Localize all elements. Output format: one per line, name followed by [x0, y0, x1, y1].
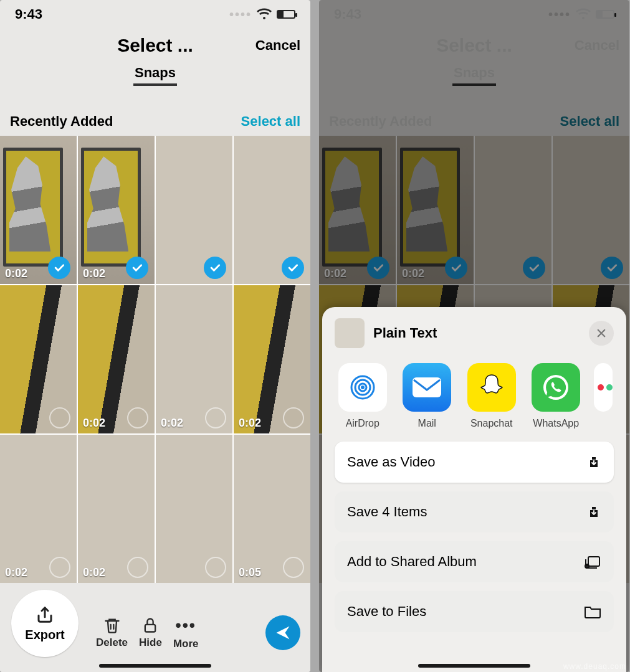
svg-point-4 — [361, 386, 365, 389]
download-box-icon — [586, 504, 601, 519]
status-bar: 9:43 •••• — [0, 0, 310, 25]
toolbar: Export Delete Hide ••• More — [0, 607, 310, 672]
unselected-ring-icon — [283, 407, 304, 428]
download-box-icon — [586, 455, 601, 470]
snap-cell[interactable]: 0:02 — [78, 435, 155, 583]
snap-cell[interactable]: 0:02 — [156, 285, 232, 433]
trash-icon — [103, 617, 121, 634]
screenshot-left: 9:43 •••• Select ... Cancel Snaps Recent… — [0, 0, 310, 672]
duration-label: 0:02 — [83, 566, 105, 579]
share-apps: AirDropMailSnapchatWhatsApp — [322, 361, 626, 438]
snapchat-icon — [467, 363, 516, 412]
delete-label: Delete — [96, 637, 128, 649]
snap-cell[interactable]: 0:02 — [0, 136, 77, 284]
export-label: Export — [25, 628, 64, 642]
more-button[interactable]: ••• More — [173, 616, 199, 650]
share-title: Plain Text — [373, 325, 437, 341]
app-icon-more[interactable] — [594, 363, 613, 412]
status-time: 9:43 — [15, 6, 42, 22]
app-label: AirDrop — [346, 418, 379, 429]
selected-check-icon — [126, 257, 148, 279]
send-button[interactable] — [265, 615, 300, 650]
snap-cell[interactable]: 0:02 — [234, 285, 310, 433]
tab-snaps[interactable]: Snaps — [133, 65, 177, 86]
svg-point-9 — [586, 564, 588, 566]
section-label: Recently Added — [10, 113, 113, 130]
snap-cell[interactable]: 0:02 — [78, 136, 155, 284]
duration-label: 0:05 — [239, 566, 261, 579]
unselected-ring-icon — [127, 557, 148, 578]
duration-label: 0:02 — [83, 417, 105, 430]
screenshot-right: 9:43 •••• Select ... Cancel Snaps Recent… — [319, 0, 629, 672]
shared-album-icon — [584, 554, 601, 569]
watermark: www.deuaq.com — [563, 662, 626, 671]
home-indicator[interactable] — [99, 664, 211, 668]
more-icon: ••• — [176, 616, 196, 635]
snap-grid: 0:020:020:020:020:020:020:020:05 — [0, 136, 310, 583]
mail-icon — [403, 363, 451, 412]
share-sheet: Plain Text AirDropMailSnapchatWhatsApp S… — [322, 307, 626, 672]
share-app-whatsapp[interactable]: WhatsApp — [530, 363, 583, 429]
more-label: More — [173, 638, 199, 650]
battery-icon — [277, 10, 295, 19]
cellular-dots-icon: •••• — [229, 7, 252, 22]
snap-cell[interactable]: 0:02 — [0, 435, 77, 583]
cancel-button[interactable]: Cancel — [255, 37, 300, 54]
duration-label: 0:02 — [161, 417, 183, 430]
action-save-files[interactable]: Save to Files — [335, 591, 614, 632]
unselected-ring-icon — [49, 557, 70, 578]
unselected-ring-icon — [205, 557, 226, 578]
unselected-ring-icon — [127, 407, 148, 428]
svg-rect-7 — [588, 557, 599, 566]
snap-cell[interactable] — [234, 136, 310, 284]
snap-cell[interactable]: 0:05 — [234, 435, 310, 583]
svg-rect-0 — [145, 625, 155, 632]
app-label: Mail — [418, 418, 436, 429]
app-label: Snapchat — [470, 418, 513, 429]
app-label: WhatsApp — [533, 418, 579, 429]
close-button[interactable] — [589, 321, 614, 346]
hide-label: Hide — [139, 637, 162, 649]
snap-cell[interactable] — [156, 136, 232, 284]
duration-label: 0:02 — [83, 267, 105, 280]
action-label: Save 4 Items — [347, 504, 427, 520]
snap-cell[interactable]: 0:02 — [78, 285, 155, 433]
selected-check-icon — [282, 257, 304, 279]
send-icon — [274, 624, 292, 641]
selected-check-icon — [204, 257, 226, 279]
hide-button[interactable]: Hide — [139, 617, 162, 649]
snap-cell[interactable] — [0, 285, 77, 433]
whatsapp-icon — [532, 363, 580, 412]
unselected-ring-icon — [283, 557, 304, 578]
airdrop-icon — [338, 363, 387, 412]
duration-label: 0:02 — [5, 267, 27, 280]
home-indicator[interactable] — [418, 664, 530, 668]
svg-rect-5 — [413, 377, 441, 397]
duration-label: 0:02 — [239, 417, 261, 430]
share-thumbnail — [335, 318, 365, 348]
folder-icon — [584, 605, 601, 618]
delete-button[interactable]: Delete — [96, 617, 128, 649]
action-save-video[interactable]: Save as Video — [335, 442, 614, 483]
duration-label: 0:02 — [5, 566, 27, 579]
share-app-snapchat[interactable]: Snapchat — [465, 363, 518, 429]
action-shared-album[interactable]: Add to Shared Album — [335, 541, 614, 582]
action-label: Save as Video — [347, 454, 435, 470]
share-app-mail[interactable]: Mail — [401, 363, 454, 429]
unselected-ring-icon — [205, 407, 226, 428]
share-app-airdrop[interactable]: AirDrop — [336, 363, 389, 429]
snap-cell[interactable] — [156, 435, 232, 583]
action-label: Add to Shared Album — [347, 554, 477, 570]
unselected-ring-icon — [49, 407, 70, 428]
header: Select ... Cancel Snaps — [0, 25, 310, 90]
wifi-icon — [257, 8, 272, 21]
lock-icon — [141, 617, 159, 634]
export-button[interactable]: Export — [11, 590, 79, 657]
close-icon — [596, 328, 607, 339]
action-save-items[interactable]: Save 4 Items — [335, 491, 614, 532]
action-label: Save to Files — [347, 603, 426, 620]
export-icon — [36, 605, 54, 624]
selected-check-icon — [48, 257, 70, 279]
select-all-button[interactable]: Select all — [241, 113, 300, 130]
